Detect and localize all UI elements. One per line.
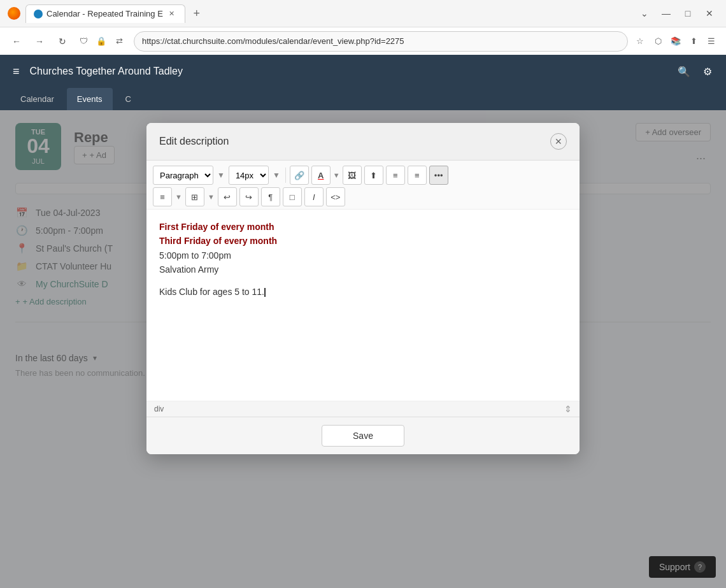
link-icon: 🔗: [294, 171, 304, 180]
title-bar: Calendar - Repeated Training E ✕ + ⌄ — □…: [0, 0, 726, 27]
image-button[interactable]: 🖼: [343, 166, 362, 185]
address-bar: ← → ↻ 🛡 🔒 ⇄ https://ctat.churchsuite.com…: [0, 27, 726, 55]
main-content: TUE 04 JUL Repe + + Ad + Add overseer ..…: [0, 110, 726, 588]
modal-title: Edit description: [159, 136, 229, 147]
paragraph-mark-button[interactable]: ¶: [261, 187, 280, 206]
italic-icon: I: [313, 192, 315, 202]
redo-button[interactable]: ↪: [239, 187, 259, 206]
editor-line-6: Kids Club for ages 5 to 11.: [159, 285, 567, 299]
editor-line-4: Salvation Army: [159, 262, 567, 276]
font-size-select[interactable]: 14px: [229, 166, 269, 185]
search-button[interactable]: 🔍: [674, 62, 694, 82]
text-color-icon: A: [318, 171, 324, 180]
modal-overlay: Edit description ✕ Paragraph ▼ 14px: [0, 110, 726, 588]
bullet-list-button[interactable]: ≡: [386, 166, 405, 185]
nav-tabs: Calendar Events C: [0, 88, 726, 110]
hamburger-button[interactable]: ≡: [10, 62, 22, 81]
text-color-button[interactable]: A: [311, 166, 331, 185]
statusbar-tag: div: [154, 405, 164, 413]
tab-other[interactable]: C: [115, 88, 141, 110]
resize-handle[interactable]: ⇕: [564, 404, 572, 414]
toolbar-separator-1: [285, 168, 286, 183]
table-button[interactable]: ⊞: [185, 187, 204, 206]
app-title: Churches Together Around Tadley: [30, 66, 183, 77]
upload-button[interactable]: ⬆: [364, 166, 383, 185]
table-icon: ⊞: [191, 192, 198, 202]
browser-close-button[interactable]: ✕: [701, 4, 718, 22]
site-info-icon: ⇄: [112, 34, 126, 48]
tab-calendar[interactable]: Calendar: [10, 88, 64, 110]
app-container: ≡ Churches Together Around Tadley 🔍 ⚙ Ca…: [0, 55, 726, 588]
active-tab[interactable]: Calendar - Repeated Training E ✕: [25, 4, 185, 23]
editor-spacer: [159, 277, 567, 285]
italic-button[interactable]: I: [304, 187, 324, 206]
back-button[interactable]: ←: [8, 32, 25, 50]
link-button[interactable]: 🔗: [290, 166, 309, 185]
browser-chevron-button[interactable]: ⌄: [636, 4, 653, 22]
browser-minimize-button[interactable]: —: [657, 4, 675, 22]
browser-window: Calendar - Repeated Training E ✕ + ⌄ — □…: [0, 0, 726, 588]
undo-button[interactable]: ↩: [218, 187, 237, 206]
url-text: https://ctat.churchsuite.com/modules/cal…: [142, 36, 404, 46]
firefox-logo: [8, 7, 20, 20]
more-icon: •••: [434, 171, 443, 180]
url-bar[interactable]: https://ctat.churchsuite.com/modules/cal…: [134, 31, 628, 52]
block-icon: □: [290, 192, 295, 202]
toolbar-row-1: Paragraph ▼ 14px ▼ 🔗: [153, 166, 573, 185]
tab-title: Calendar - Repeated Training E: [46, 9, 163, 18]
image-icon: 🖼: [348, 171, 356, 180]
bookmark-icon[interactable]: ☆: [633, 34, 647, 48]
shield-icon: 🛡: [76, 34, 90, 48]
toolbar-row-2: ≡ ▼ ⊞ ▼ ↩ ↪: [153, 187, 573, 206]
tab-events[interactable]: Events: [67, 88, 113, 110]
bullet-list-icon: ≡: [393, 171, 398, 180]
editor-line-2: Third Friday of every month: [159, 234, 567, 248]
more-toolbar-button[interactable]: •••: [429, 166, 448, 185]
modal-footer: Save: [146, 417, 580, 454]
align-button[interactable]: ≡: [153, 187, 172, 206]
block-button[interactable]: □: [283, 187, 302, 206]
modal-close-button[interactable]: ✕: [550, 133, 567, 150]
code-button[interactable]: <>: [326, 187, 345, 206]
edit-description-modal: Edit description ✕ Paragraph ▼ 14px: [146, 123, 580, 454]
editor-statusbar: div ⇕: [146, 401, 580, 417]
redo-icon: ↪: [245, 192, 252, 202]
paragraph-mark-icon: ¶: [268, 192, 273, 202]
editor-content-area[interactable]: First Friday of every month Third Friday…: [146, 210, 580, 401]
extensions-icon[interactable]: ⬆: [687, 34, 701, 48]
tab-favicon: [34, 10, 43, 18]
ordered-list-icon: ≡: [415, 171, 420, 180]
tab-close-button[interactable]: ✕: [167, 9, 177, 19]
upload-icon: ⬆: [370, 171, 377, 180]
save-button[interactable]: Save: [322, 425, 404, 447]
refresh-button[interactable]: ↻: [53, 32, 71, 50]
browser-menu-icon[interactable]: ☰: [704, 34, 718, 48]
modal-header: Edit description ✕: [146, 123, 580, 161]
cursor: [264, 288, 266, 297]
code-icon: <>: [331, 192, 340, 202]
app-header: ≡ Churches Together Around Tadley 🔍 ⚙: [0, 55, 726, 88]
undo-icon: ↩: [224, 192, 231, 202]
align-icon: ≡: [160, 192, 165, 202]
settings-button[interactable]: ⚙: [699, 62, 716, 82]
lock-icon: 🔒: [94, 34, 108, 48]
forward-button[interactable]: →: [31, 32, 48, 50]
editor-line-3: 5:00pm to 7:00pm: [159, 248, 567, 262]
browser-maximize-button[interactable]: □: [679, 4, 697, 22]
paragraph-style-select[interactable]: Paragraph: [153, 166, 213, 185]
bookmarks-library-icon[interactable]: 📚: [669, 34, 683, 48]
editor-toolbar: Paragraph ▼ 14px ▼ 🔗: [146, 161, 580, 210]
pocket-icon[interactable]: ⬡: [651, 34, 665, 48]
ordered-list-button[interactable]: ≡: [408, 166, 427, 185]
editor-line-1: First Friday of every month: [159, 220, 567, 234]
new-tab-button[interactable]: +: [188, 4, 206, 22]
tab-bar: Calendar - Repeated Training E ✕ +: [25, 4, 206, 23]
